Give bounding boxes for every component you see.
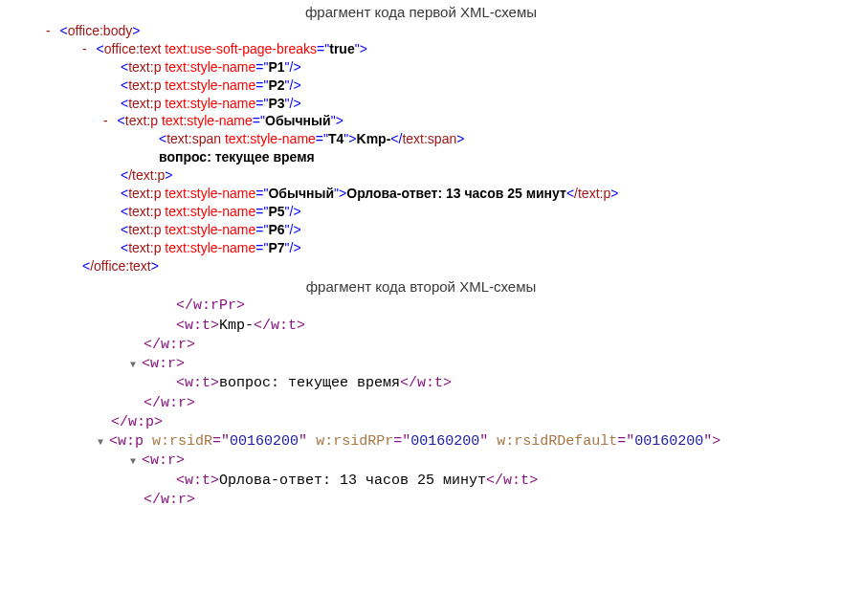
xml-fragment-2: </w:rPr> <w:t>Kmp-</w:t> </w:r> ▼<w:r> <… (0, 297, 842, 510)
collapse-dash: - (82, 41, 93, 56)
caption-xml2: фрагмент кода второй XML-схемы (0, 275, 842, 297)
caption-xml1: фрагмент кода первой XML-схемы (0, 0, 842, 22)
line-textp-p2: <text:p text:style-name="P2"/> (29, 77, 842, 95)
collapse-triangle-icon[interactable]: ▼ (98, 436, 107, 450)
collapse-triangle-icon[interactable]: ▼ (130, 359, 140, 372)
b-line-wr-close-1: </w:r> (29, 336, 842, 355)
line-office-text-close: </office:text> (29, 257, 842, 275)
xml-fragment-1: - <office:body> - <office:text text:use-… (0, 22, 842, 275)
b-line-wp-close: </w:p> (29, 413, 842, 432)
b-line-wr-close-2: </w:r> (29, 394, 842, 413)
collapse-dash: - (46, 23, 56, 38)
b-line-wt-orlova: <w:t>Орлова-ответ: 13 часов 25 минут</w:… (29, 472, 842, 491)
b-line-wr-open-1: ▼<w:r> (29, 355, 842, 374)
line-textspan-kmp: <text:span text:style-name="T4">Kmp-</te… (29, 130, 842, 148)
line-textp-p5: <text:p text:style-name="P5"/> (29, 203, 842, 221)
collapse-triangle-icon[interactable]: ▼ (130, 455, 140, 469)
line-vopros: вопрос: текущее время (29, 148, 842, 166)
b-line-wr-close-3: </w:r> (29, 491, 842, 510)
line-textp-p1: <text:p text:style-name="P1"/> (29, 58, 842, 77)
line-textp-close: </text:p> (29, 166, 842, 185)
line-textp-p7: <text:p text:style-name="P7"/> (29, 239, 842, 257)
b-line-rpr-close: </w:rPr> (29, 297, 842, 316)
b-line-wr-open-2: ▼<w:r> (29, 451, 842, 471)
line-textp-orlova: <text:p text:style-name="Обычный">Орлова… (29, 185, 842, 203)
line-textp-obychny-open: - <text:p text:style-name="Обычный"> (29, 112, 842, 130)
line-textp-p6: <text:p text:style-name="P6"/> (29, 221, 842, 239)
b-line-wt-vopros: <w:t>вопрос: текущее время</w:t> (29, 374, 842, 393)
b-line-wt-kmp: <w:t>Kmp-</w:t> (29, 317, 842, 336)
collapse-dash: - (103, 113, 114, 128)
line-textp-p3: <text:p text:style-name="P3"/> (29, 95, 842, 113)
b-line-wp-open: ▼<w:p w:rsidR="00160200" w:rsidRPr="0016… (29, 432, 842, 451)
line-office-text-open: - <office:text text:use-soft-page-breaks… (29, 40, 842, 58)
line-office-body-open: - <office:body> (29, 22, 842, 40)
